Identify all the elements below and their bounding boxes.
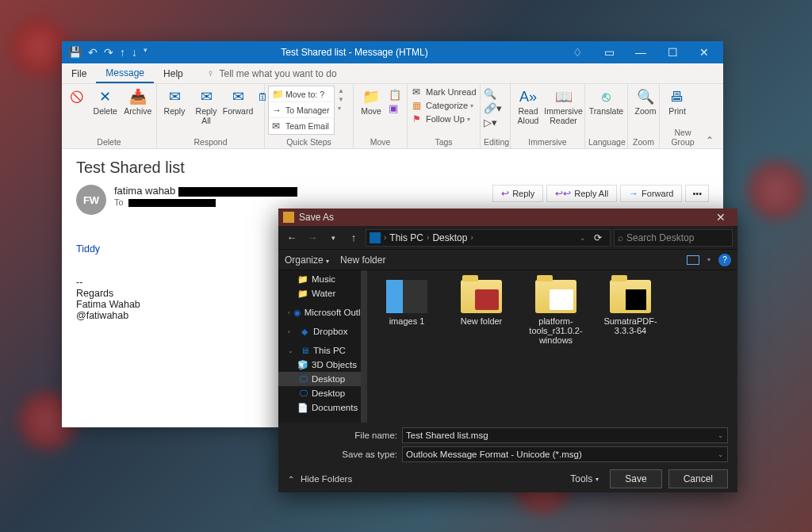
tell-me-input[interactable]: Tell me what you want to do	[214, 68, 336, 79]
tree-water[interactable]: 📁Water	[278, 286, 367, 300]
addons-icon[interactable]: ♢	[561, 46, 593, 59]
archive-button[interactable]: 📥Archive	[123, 86, 153, 118]
save-as-dialog: Save As ✕ ← → ▾ ↑ › This PC › Desktop › …	[278, 209, 737, 492]
file-list: images 1 New folder platform-tools_r31.0…	[367, 270, 737, 423]
undo-icon[interactable]: ↶	[88, 46, 98, 59]
reply-button[interactable]: ✉Reply	[160, 86, 189, 118]
nav-up-icon[interactable]: ↑	[345, 232, 362, 243]
group-newgroup: New Group	[663, 127, 703, 148]
print-button[interactable]: 🖶Print	[663, 86, 691, 118]
window-title: Test Shared list - Message (HTML)	[147, 47, 561, 58]
file-sumatrapdf[interactable]: SumatraPDF-3.3.3-64	[597, 280, 664, 335]
help-icon[interactable]: ?	[718, 254, 731, 266]
onenote-icon[interactable]: ▣	[389, 102, 401, 114]
saveas-footer: ⌃ Hide Folders Tools▾ Save Cancel	[278, 465, 737, 492]
saveastype-select[interactable]: Outlook Message Format - Unicode (*.msg)…	[402, 446, 728, 462]
message-to: To	[114, 197, 297, 207]
down-icon[interactable]: ↓	[132, 46, 137, 59]
saveas-search[interactable]: ⌕ Search Desktop	[614, 229, 733, 247]
qs-up-icon[interactable]: ▲	[338, 87, 344, 94]
tools-button[interactable]: Tools▾	[565, 470, 603, 488]
file-newfolder[interactable]: New folder	[448, 280, 515, 326]
message-from: fatima wahab	[114, 185, 297, 197]
titlebar: 💾 ↶ ↷ ↑ ↓ ▾ Test Shared list - Message (…	[62, 41, 723, 63]
qs-down-icon[interactable]: ▼	[338, 96, 344, 103]
save-button[interactable]: Save	[610, 469, 661, 488]
view-icon[interactable]	[687, 255, 699, 265]
group-language: Language	[588, 136, 624, 148]
body-link[interactable]: Tiddy	[76, 243, 100, 255]
tree-documents[interactable]: 📄Documents	[278, 400, 367, 415]
zoom-button[interactable]: 🔍Zoom	[631, 86, 660, 118]
saveas-navbar: ← → ▾ ↑ › This PC › Desktop › ⌄ ⟳ ⌕ Sear…	[278, 226, 737, 250]
close-icon[interactable]: ✕	[688, 46, 720, 59]
ignore-button[interactable]: 🚫	[65, 86, 88, 108]
qs-more-icon[interactable]: ▾	[338, 105, 344, 112]
file-platformtools[interactable]: platform-tools_r31.0.2-windows	[523, 280, 589, 345]
hide-folders-button[interactable]: Hide Folders	[301, 474, 352, 484]
ribbon-options-icon[interactable]: ▭	[593, 46, 625, 59]
qat-more-icon[interactable]: ▾	[144, 46, 147, 59]
group-quicksteps: Quick Steps	[268, 136, 350, 148]
delete-button[interactable]: ✕Delete	[91, 86, 120, 118]
tree-desktop-selected[interactable]: 🖵Desktop	[278, 372, 367, 386]
forward-button[interactable]: ✉Forward	[224, 86, 252, 118]
tree-thispc[interactable]: ⌄🖥This PC	[278, 343, 367, 358]
group-immersive: Immersive	[514, 136, 581, 148]
file-images1[interactable]: images 1	[373, 280, 440, 326]
up-icon[interactable]: ↑	[120, 46, 125, 59]
redo-icon[interactable]: ↷	[104, 46, 113, 59]
nav-forward-icon[interactable]: →	[304, 232, 321, 243]
tree-music[interactable]: 📁Music	[278, 272, 367, 286]
menu-message[interactable]: Message	[96, 63, 154, 83]
move-button[interactable]: 📁Move	[357, 86, 385, 118]
read-aloud-button[interactable]: A»Read Aloud	[514, 86, 542, 127]
filename-input[interactable]: Test Shared list.msg⌄	[402, 427, 728, 443]
saveastype-label: Save as type:	[334, 450, 397, 459]
minimize-icon[interactable]: —	[625, 46, 657, 59]
maximize-icon[interactable]: ☐	[657, 46, 688, 59]
tree-desktop[interactable]: 🖵Desktop	[278, 386, 367, 400]
quick-steps-gallery[interactable]: 📁Move to: ? →To Manager ✉Team Email	[268, 86, 335, 135]
translate-button[interactable]: ⎋Translate	[588, 86, 624, 118]
reply-all-button[interactable]: ✉Reply All	[192, 86, 220, 127]
breadcrumb-dropdown-icon[interactable]: ⌄	[580, 234, 586, 242]
rules-icon[interactable]: 📋	[389, 89, 401, 101]
action-more[interactable]: •••	[685, 185, 709, 202]
saveas-close-icon[interactable]: ✕	[709, 211, 733, 224]
nav-back-icon[interactable]: ←	[283, 232, 301, 243]
group-move: Move	[357, 136, 404, 148]
saveas-toolbar: Organize ▾ New folder ▾ ?	[278, 250, 737, 270]
save-icon[interactable]: 💾	[68, 46, 82, 59]
message-actions: ↩Reply ↩↩Reply All →Forward •••	[492, 185, 709, 202]
tree-dropbox[interactable]: ›◆Dropbox	[278, 324, 367, 339]
action-reply-all[interactable]: ↩↩Reply All	[546, 185, 617, 202]
newfolder-button[interactable]: New folder	[340, 255, 385, 266]
avatar: FW	[76, 185, 106, 215]
immersive-reader-button[interactable]: 📖Immersive Reader	[546, 86, 581, 127]
envelope-icon	[283, 212, 294, 223]
saveas-titlebar: Save As ✕	[278, 209, 737, 226]
cancel-button[interactable]: Cancel	[668, 469, 728, 488]
tree-3dobjects[interactable]: 🧊3D Objects	[278, 358, 367, 372]
find-icon[interactable]: 🔍	[484, 88, 502, 100]
group-delete: Delete	[65, 136, 153, 148]
tree-outlook[interactable]: ›◉Microsoft Outlook	[278, 305, 367, 320]
nav-recent-icon[interactable]: ▾	[324, 234, 342, 242]
action-forward[interactable]: →Forward	[620, 185, 682, 202]
action-reply[interactable]: ↩Reply	[492, 185, 543, 202]
search-icon: ⌕	[618, 232, 623, 243]
collapse-ribbon-icon[interactable]: ⌃	[706, 135, 718, 147]
organize-button[interactable]: Organize ▾	[285, 255, 329, 266]
lightbulb-icon: ♀	[193, 67, 215, 79]
breadcrumb[interactable]: › This PC › Desktop › ⌄ ⟳	[366, 229, 611, 247]
categorize-button[interactable]: ▦Categorize▾	[411, 99, 478, 112]
related-icon[interactable]: 🔗▾	[484, 102, 502, 114]
select-icon[interactable]: ▷▾	[484, 117, 502, 128]
menu-file[interactable]: File	[62, 63, 96, 83]
mark-unread-button[interactable]: ✉Mark Unread	[411, 86, 478, 98]
refresh-icon[interactable]: ⟳	[589, 232, 607, 243]
followup-button[interactable]: ⚑Follow Up▾	[411, 113, 478, 125]
menu-help[interactable]: Help	[154, 63, 193, 83]
chevron-up-icon[interactable]: ⌃	[288, 475, 294, 484]
